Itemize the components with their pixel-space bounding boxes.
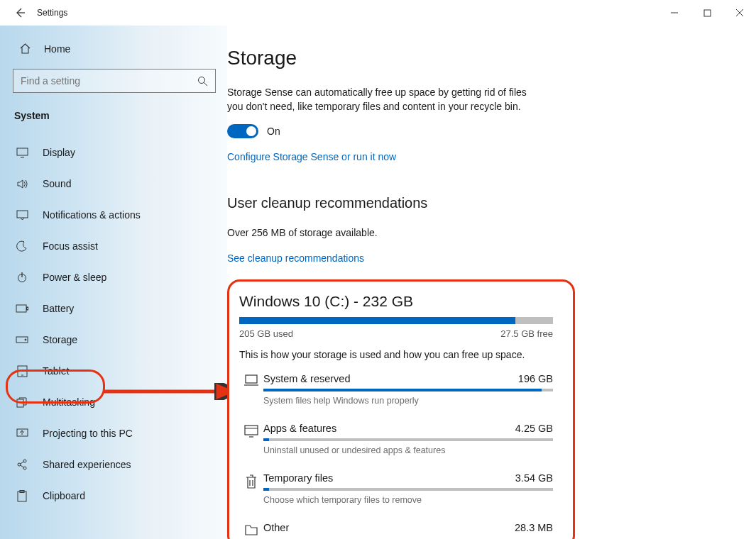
storage-sense-description: Storage Sense can automatically free up … <box>227 85 539 114</box>
apps-icon <box>239 423 263 438</box>
drive-panel: Windows 10 (C:) - 232 GB 205 GB used 27.… <box>227 279 575 539</box>
category-bar <box>263 488 553 491</box>
category-name: System & reserved <box>263 373 351 384</box>
category-size: 28.3 MB <box>515 522 553 533</box>
storage-category-other[interactable]: Other 28.3 MB <box>239 522 553 538</box>
svg-rect-2 <box>17 148 28 155</box>
search-input[interactable] <box>21 75 197 87</box>
storage-category-temp[interactable]: Temporary files 3.54 GB Choose which tem… <box>239 472 553 505</box>
cleanup-recommendations-heading: User cleanup recommendations <box>227 195 728 211</box>
sidebar-section-system: System <box>3 106 226 126</box>
clipboard-icon <box>16 490 28 502</box>
nav-multitasking[interactable]: Multitasking <box>3 387 226 418</box>
nav-battery[interactable]: Battery <box>3 293 226 324</box>
nav-clipboard[interactable]: Clipboard <box>3 480 226 511</box>
category-subtext: Uninstall unused or undesired apps & fea… <box>263 445 553 455</box>
storage-category-system[interactable]: System & reserved 196 GB System files he… <box>239 373 553 406</box>
nav-tablet[interactable]: Tablet <box>3 355 226 387</box>
nav-focus-assist[interactable]: Focus assist <box>3 230 226 262</box>
nav-label: Projecting to this PC <box>43 428 133 439</box>
nav-storage[interactable]: Storage <box>3 324 226 355</box>
category-name: Apps & features <box>263 423 336 434</box>
nav-label: Notifications & actions <box>43 209 141 221</box>
storage-sense-toggle[interactable] <box>227 124 258 138</box>
nav-label: Sound <box>43 178 71 189</box>
category-bar <box>263 389 553 391</box>
nav-shared-experiences[interactable]: Shared experiences <box>3 449 226 480</box>
arrow-left-icon <box>14 7 26 18</box>
category-subtext: System files help Windows run properly <box>263 396 553 406</box>
configure-storage-sense-link[interactable]: Configure Storage Sense or run it now <box>227 151 396 162</box>
app-title: Settings <box>37 0 67 26</box>
category-size: 4.25 GB <box>515 423 553 434</box>
svg-rect-3 <box>17 211 28 218</box>
storage-icon <box>16 336 28 343</box>
nav-label: Battery <box>43 303 74 314</box>
search-icon <box>197 76 208 87</box>
category-size: 3.54 GB <box>515 472 553 484</box>
nav-sound[interactable]: Sound <box>3 168 226 199</box>
minimize-button[interactable] <box>658 1 691 24</box>
svg-rect-15 <box>18 491 26 501</box>
battery-icon <box>16 304 28 313</box>
nav-label: Power & sleep <box>43 272 106 283</box>
window-controls <box>658 1 756 24</box>
nav-label: Display <box>43 147 75 158</box>
nav-label: Multitasking <box>43 396 95 408</box>
nav-label: Storage <box>43 334 77 345</box>
nav-display[interactable]: Display <box>3 137 226 168</box>
nav-home[interactable]: Home <box>10 37 226 60</box>
svg-rect-10 <box>17 399 23 407</box>
nav-label: Focus assist <box>43 240 98 252</box>
svg-rect-0 <box>704 10 711 16</box>
svg-rect-6 <box>27 307 28 310</box>
page-title: Storage <box>227 47 728 70</box>
display-icon <box>16 148 28 158</box>
nav-projecting[interactable]: Projecting to this PC <box>3 418 226 449</box>
storage-category-apps[interactable]: Apps & features 4.25 GB Uninstall unused… <box>239 423 553 455</box>
nav-label: Tablet <box>43 365 69 377</box>
nav-notifications[interactable]: Notifications & actions <box>3 199 226 230</box>
tablet-icon <box>16 365 28 377</box>
drive-title: Windows 10 (C:) - 232 GB <box>239 293 553 310</box>
content-pane: Storage Storage Sense can automatically … <box>227 26 756 539</box>
drive-free-label: 27.5 GB free <box>500 328 553 339</box>
search-box[interactable] <box>13 69 216 93</box>
svg-rect-18 <box>246 375 257 383</box>
share-icon <box>16 459 28 470</box>
back-button[interactable] <box>6 0 34 26</box>
close-icon <box>735 9 744 17</box>
category-size: 196 GB <box>518 373 553 384</box>
category-name: Other <box>263 522 289 533</box>
category-bar <box>263 438 553 441</box>
laptop-icon <box>239 373 263 387</box>
sound-icon <box>16 179 28 189</box>
nav-power-sleep[interactable]: Power & sleep <box>3 262 226 293</box>
see-cleanup-recommendations-link[interactable]: See cleanup recommendations <box>227 252 364 264</box>
home-icon <box>18 43 31 55</box>
close-button[interactable] <box>723 1 756 24</box>
folder-icon <box>239 522 263 536</box>
maximize-icon <box>703 9 711 17</box>
moon-icon <box>16 240 28 252</box>
cleanup-recommendations-available: Over 256 MB of storage available. <box>227 226 539 240</box>
nav-home-label: Home <box>44 43 70 55</box>
svg-point-1 <box>199 77 205 83</box>
minimize-icon <box>670 9 679 17</box>
nav-label: Shared experiences <box>43 459 131 470</box>
sidebar: Home System Display Sound <box>0 26 227 539</box>
maximize-button[interactable] <box>691 1 723 24</box>
svg-point-8 <box>25 339 26 340</box>
storage-sense-toggle-label: On <box>267 126 280 137</box>
drive-used-label: 205 GB used <box>239 328 293 339</box>
toggle-knob <box>246 126 256 136</box>
drive-usage-fill <box>239 317 515 324</box>
svg-rect-5 <box>16 305 26 312</box>
power-icon <box>16 272 28 283</box>
svg-rect-19 <box>245 426 258 435</box>
notifications-icon <box>16 210 28 221</box>
projecting-icon <box>16 428 28 439</box>
drive-usage-bar <box>239 317 553 324</box>
nav-label: Clipboard <box>43 490 85 501</box>
trash-icon <box>239 472 263 489</box>
